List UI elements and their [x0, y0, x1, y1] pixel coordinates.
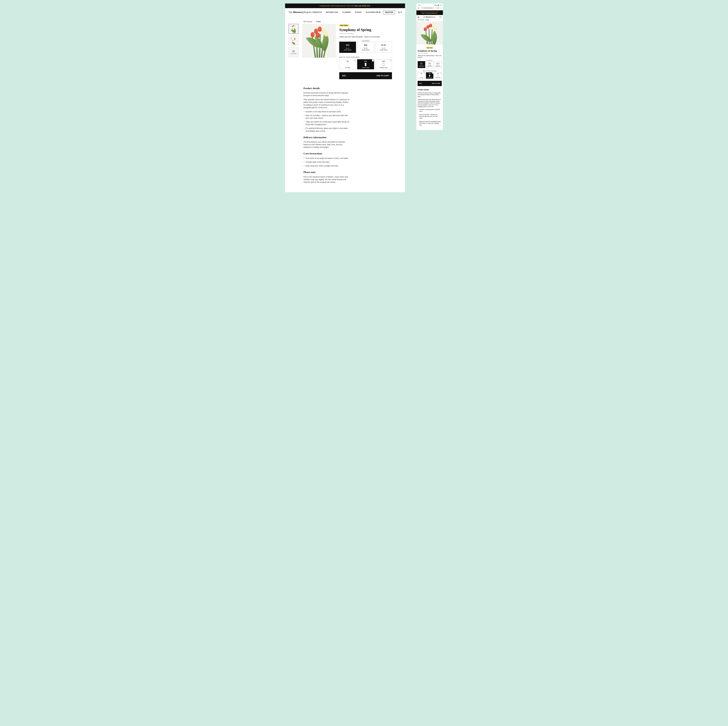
thumbnail-1[interactable] — [289, 24, 298, 34]
cart-button[interactable]: 2 — [398, 11, 402, 14]
addon-heading: ADD TO YOUR PURCHASE — [339, 57, 392, 58]
cart-icon — [398, 11, 400, 14]
addon-classic-vase-mobile[interactable]: − $20 Classic Vase — [426, 72, 434, 79]
thumbnail-2[interactable] — [289, 35, 298, 46]
product-thumbnails: SEE MORE — [289, 24, 298, 79]
camera-icon — [292, 50, 295, 52]
nav-flowers[interactable]: FLOWERS — [343, 11, 351, 13]
menu-icon[interactable] — [418, 17, 419, 18]
product-image-mobile[interactable] — [416, 21, 443, 44]
signal-icon — [436, 5, 437, 6]
thumbnail-see-more[interactable]: SEE MORE — [289, 47, 298, 57]
addon-shaped-vase-mobile[interactable]: + $20 Shaped Vase — [434, 72, 442, 79]
carousel-dots[interactable] — [425, 42, 434, 44]
register-button[interactable]: REGISTER — [383, 10, 395, 14]
promo-banner: Celebrate Mom with beautiful blooms! Sav… — [285, 3, 405, 8]
url-bar[interactable]: thebloomeryshop — [421, 7, 434, 9]
addon-no-vase-mobile[interactable]: + $0 No Vase — [418, 72, 425, 79]
translate-icon — [422, 7, 423, 9]
browser-menu-icon[interactable]: ⋮ — [440, 7, 442, 9]
purchase-panel: Best Seller Symphony of Spring Product I… — [339, 24, 392, 79]
primary-nav: ALL PRODUCTS MOTHER'S DAY FLOWERS PLANTS… — [309, 11, 375, 13]
best-seller-badge-mobile: Best Seller — [426, 47, 433, 49]
plus-icon[interactable]: + — [354, 60, 356, 61]
minus-icon[interactable]: − — [372, 60, 374, 61]
cart-total: $80 — [342, 74, 346, 77]
plus-icon[interactable]: + — [390, 60, 392, 61]
svg-rect-6 — [438, 5, 439, 6]
addon-no-vase[interactable]: + $0 No Vase — [339, 59, 356, 69]
cart-icon — [439, 16, 441, 18]
add-to-cart-button[interactable]: $80 ADD TO CART — [339, 72, 392, 79]
nav-mothers-day[interactable]: MOTHER'S DAY — [326, 11, 338, 13]
product-image[interactable] — [302, 24, 336, 58]
product-id: Product ID FLWR00578 — [339, 33, 392, 34]
note-heading: Please note — [303, 170, 350, 174]
status-bar: 10:09 73% — [416, 4, 443, 7]
add-to-cart-button-mobile[interactable]: $80 ADD TO CART — [418, 81, 442, 86]
site-logo[interactable]: The BloomeryShop — [289, 11, 308, 14]
breadcrumb-all-products[interactable]: All Products — [303, 21, 312, 23]
breadcrumb: All Products → Tulips — [289, 21, 392, 23]
product-short-mobile: Yellow and red Tulips Bouquet - Vase is … — [418, 55, 442, 58]
most-buyed-tag: Most Buyed — [361, 40, 370, 42]
browser-chrome: thebloomeryshop + 2 ⋮ — [416, 7, 443, 10]
details-heading: Product details — [303, 87, 350, 90]
addon-options: + $0 No Vase − $20 Classic Vase + $20 — [339, 59, 392, 69]
svg-point-8 — [440, 17, 440, 18]
battery-icon — [438, 5, 439, 6]
wifi-icon — [434, 5, 436, 6]
account-area: LOG IN REGISTER 2 — [375, 10, 402, 14]
addon-heading-mobile: ADD TO YOUR PURCHASE — [418, 70, 442, 72]
product-short-description: Yellow and red Tulips Bouquet - Vase is … — [339, 36, 392, 38]
battery-pct: 73% — [439, 5, 442, 6]
best-seller-badge: Best Seller — [339, 24, 349, 27]
product-id-mobile: Product ID FLWR00578 — [418, 53, 442, 54]
mobile-viewport: 10:09 73% thebloomeryshop + 2 ⋮ Celebrat… — [416, 3, 443, 130]
svg-point-3 — [293, 51, 294, 52]
breadcrumb-current: Tulips — [316, 21, 321, 23]
product-details: Product details Embrace the joyful essen… — [303, 87, 350, 183]
new-tab-icon[interactable]: + — [435, 7, 436, 9]
product-title-mobile: Symphony of Spring — [418, 50, 442, 52]
stem-option-72-mobile[interactable]: $130 for 72mixed stems — [434, 61, 442, 68]
desktop-viewport: Celebrate Mom with beautiful blooms! Sav… — [285, 3, 405, 192]
nav-all-products[interactable]: ALL PRODUCTS — [309, 11, 322, 13]
addon-options-mobile: + $0 No Vase − $20 Classic Vase + $20 Sh… — [418, 72, 442, 79]
stem-option-48[interactable]: Most Buyed $80 for 48mixed stems — [357, 42, 374, 53]
stem-options-mobile: $60 for 24mixed stems Most Buyed $80 for… — [418, 61, 442, 68]
breadcrumb-mobile: All Products → Tulips — [416, 19, 443, 21]
site-logo-mobile[interactable]: The BloomeryShop — [424, 16, 435, 18]
addon-classic-vase[interactable]: − $20 Classic Vase — [357, 59, 374, 69]
cart-button-mobile[interactable]: 2 — [439, 16, 442, 18]
site-header-mobile: The BloomeryShop 2 — [416, 15, 443, 19]
status-time: 10:09 — [418, 5, 421, 6]
delivery-heading: Delivery information — [303, 136, 350, 139]
svg-point-0 — [398, 13, 399, 13]
plus-icon[interactable]: + — [440, 72, 442, 74]
stem-option-72[interactable]: $130 for 72mixed stems — [375, 42, 392, 53]
nav-plants[interactable]: PLANTS — [355, 11, 362, 13]
home-icon[interactable] — [418, 7, 420, 9]
care-heading: Care instructions — [303, 152, 350, 155]
stem-option-24-mobile[interactable]: $60 for 24mixed stems — [418, 61, 425, 68]
minus-icon[interactable]: − — [432, 72, 433, 74]
cart-count: 2 — [401, 11, 402, 13]
promo-banner-mobile: Celebrate Mom with beautiful blooms! Sav… — [416, 10, 443, 15]
stem-options: $60 for 24mixed stems Most Buyed $80 for… — [339, 42, 392, 53]
login-link[interactable]: LOG IN — [375, 11, 381, 13]
addon-shaped-vase[interactable]: + $20 Shaped Vase — [375, 59, 392, 69]
stem-option-48-mobile[interactable]: Most Buyed $80 for 48mixed stems — [426, 61, 434, 68]
tab-switcher[interactable]: 2 — [437, 7, 439, 9]
nav-occasion[interactable]: OCCASION — [366, 11, 375, 13]
product-title: Symphony of Spring — [339, 28, 392, 32]
site-header: The BloomeryShop ALL PRODUCTS MOTHER'S D… — [285, 8, 405, 16]
product-details-mobile: Product details Embrace the joyful essen… — [418, 89, 442, 126]
plus-icon[interactable]: + — [424, 72, 425, 74]
stem-option-24[interactable]: $60 for 24mixed stems — [339, 42, 356, 53]
